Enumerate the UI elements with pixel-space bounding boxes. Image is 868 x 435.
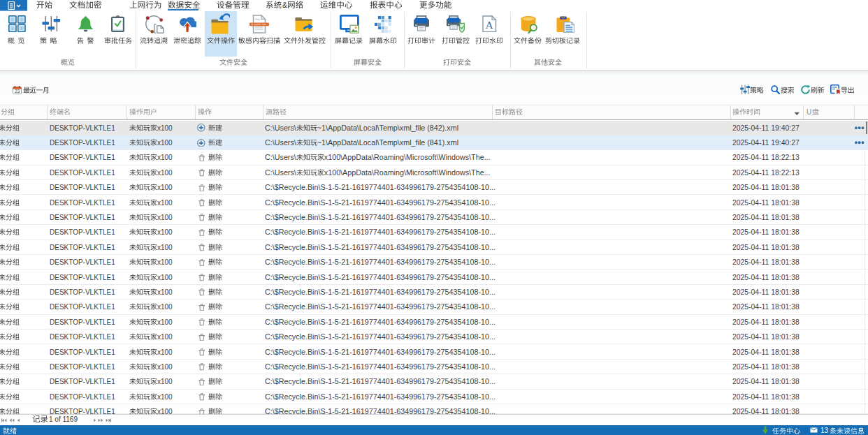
- svg-text:A: A: [486, 19, 494, 31]
- svg-text:23: 23: [14, 89, 20, 94]
